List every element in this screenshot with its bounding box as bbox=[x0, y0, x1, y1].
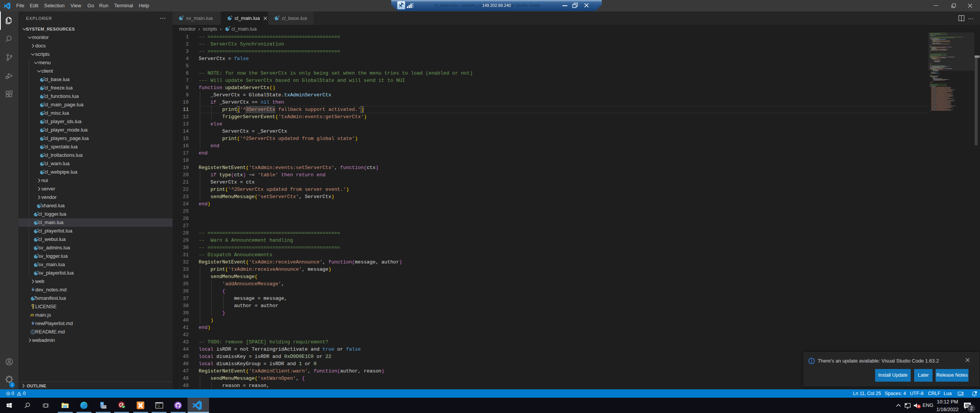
svg-text:C:\: C:\ bbox=[157, 404, 160, 406]
